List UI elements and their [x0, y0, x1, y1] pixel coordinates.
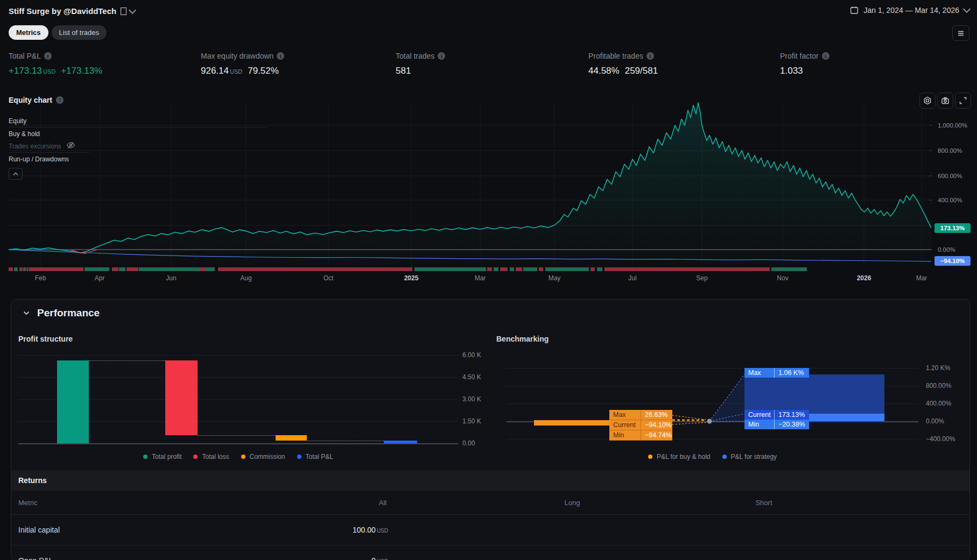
strategy-title[interactable]: Stiff Surge by @DaviddTech: [9, 6, 135, 16]
tooltip-row-value: −20.38%: [775, 420, 809, 429]
row-metric-label: Open P&L: [18, 556, 53, 560]
svg-text:2025: 2025: [404, 274, 419, 282]
svg-text:May: May: [549, 274, 561, 282]
legend-entry[interactable]: Commission: [241, 453, 285, 460]
metric-label: Total tradesi: [396, 52, 445, 60]
buy-hold-value-badge: −94.10%: [934, 256, 971, 266]
table-row-open-p-l: Open P&L0USD: [11, 545, 969, 560]
date-range-text: Jan 1, 2024 — Mar 14, 2026: [864, 6, 959, 15]
date-range-picker[interactable]: Jan 1, 2024 — Mar 14, 2026: [849, 5, 969, 15]
tooltip-row-value: −94.10%: [641, 420, 672, 430]
svg-text:Jun: Jun: [166, 274, 176, 282]
legend-item-equity[interactable]: Equity: [9, 115, 267, 127]
info-icon[interactable]: i: [277, 52, 284, 60]
tooltip-row-value: −94.74%: [641, 430, 672, 441]
waterfall-connector: [307, 441, 384, 441]
legend-entry[interactable]: Total P&L: [297, 453, 333, 460]
tab-metrics[interactable]: Metrics: [9, 25, 48, 40]
y-axis-label: −400.00%: [926, 435, 955, 443]
metric-label: Profitable tradesi: [588, 52, 658, 60]
metric-extra-value: 259/581: [625, 66, 658, 76]
gridline: [507, 368, 918, 368]
metric-label-text: Total trades: [396, 52, 434, 60]
view-tabs: MetricsList of trades: [9, 25, 107, 40]
row-value-unit: USD: [377, 558, 388, 560]
legend-item-label: Trades excursions: [9, 143, 61, 150]
rows-icon: [957, 29, 965, 38]
lock-icon: [121, 8, 126, 15]
y-axis-label: 0.00: [462, 440, 475, 447]
column-header-short: Short: [732, 499, 796, 507]
legend-item-trades-excursions[interactable]: Trades excursions: [9, 140, 89, 153]
svg-text:Aug: Aug: [240, 274, 251, 282]
legend-entry[interactable]: P&L for buy & hold: [648, 453, 711, 460]
chevron-up-icon: [13, 172, 18, 176]
returns-column-header-row: MetricAllLongShort: [11, 491, 969, 515]
svg-text:1,000.00%: 1,000.00%: [938, 122, 967, 129]
chevron-down-icon[interactable]: [129, 6, 136, 13]
info-icon[interactable]: i: [44, 52, 52, 60]
legend-collapse-button[interactable]: [9, 168, 23, 180]
bar-commission: [276, 435, 307, 441]
y-axis-label: 4.50 K: [462, 373, 481, 381]
tooltip-row-label: Current: [744, 410, 775, 420]
bar-total-loss: [165, 360, 198, 435]
returns-section-header: Returns: [11, 470, 969, 491]
metric-value: +173.13USD+173.13%: [9, 66, 102, 76]
performance-title: Performance: [37, 307, 100, 319]
tab-list-of-trades[interactable]: List of trades: [52, 25, 107, 40]
y-axis-label: 1.20 K%: [926, 364, 950, 372]
metric-label-text: Profitable trades: [588, 52, 643, 60]
performance-card: Performance Profit structure Benchmarkin…: [11, 299, 970, 560]
legend-item-label: Run-up / Drawdowns: [9, 155, 69, 163]
tooltip-row-value: 1.06 K%: [775, 368, 809, 378]
strategy-current-tooltip: Current 173.13%: [744, 410, 809, 420]
table-row-initial-capital: Initial capital100.00USD: [11, 514, 969, 545]
metric-value: 926.14USD79.52%: [201, 66, 284, 76]
metric-max-drawdown: Max equity drawdowni926.14USD79.52%: [201, 52, 284, 76]
legend-entry[interactable]: P&L for strategy: [722, 453, 777, 460]
metric-value: 581: [396, 66, 445, 76]
metric-main-value: 926.14: [201, 66, 229, 76]
legend-item-run-up-drawdowns[interactable]: Run-up / Drawdowns: [9, 153, 267, 165]
tooltip-row-value: 26.63%: [641, 410, 672, 420]
metric-extra-value: +173.13%: [61, 66, 102, 76]
row-value-all: 100.00USD: [280, 526, 388, 534]
column-header-long: Long: [540, 499, 605, 507]
y-axis-label: 800.00%: [926, 382, 951, 389]
tooltip-row-label: Min: [744, 420, 775, 429]
eye-off-icon[interactable]: [66, 141, 75, 151]
metric-extra-value: 79.52%: [248, 66, 279, 76]
profit-structure-legend: Total profitTotal lossCommissionTotal P&…: [18, 453, 458, 460]
row-value-number: 0: [371, 556, 376, 560]
svg-text:400.00%: 400.00%: [938, 197, 962, 203]
row-value-all: 0USD: [280, 556, 388, 560]
legend-entry-label: P&L for buy & hold: [657, 453, 711, 460]
svg-text:Nov: Nov: [777, 274, 788, 282]
y-axis-label: 1.50 K: [462, 417, 481, 425]
buy-hold-tooltip: Max 26.63% Current −94.10% Min −94.74%: [609, 410, 672, 441]
y-axis-label: 3.00 K: [462, 395, 481, 403]
tooltip-row-label: Max: [744, 368, 775, 378]
info-icon[interactable]: i: [438, 52, 445, 60]
gridline: [507, 439, 918, 440]
legend-dot: [241, 455, 245, 459]
performance-section-header[interactable]: Performance: [23, 307, 100, 319]
bar-total-p-l: [384, 441, 417, 443]
legend-entry-label: Total profit: [152, 453, 181, 460]
metric-main-value: 581: [396, 66, 411, 76]
legend-dot: [143, 455, 147, 459]
legend-entry[interactable]: Total profit: [143, 453, 181, 460]
panel-layout-button[interactable]: [952, 25, 969, 41]
info-icon[interactable]: i: [646, 52, 654, 60]
tooltip-row-label: Max: [609, 410, 641, 420]
profit-structure-title: Profit structure: [18, 335, 73, 343]
legend-entry[interactable]: Total loss: [193, 453, 229, 460]
tooltip-row-value: 173.13%: [775, 410, 809, 420]
bar-total-profit: [57, 360, 89, 443]
metric-main-value: +173.13: [9, 66, 42, 76]
info-icon[interactable]: i: [822, 52, 830, 60]
legend-item-buy-hold[interactable]: Buy & hold: [9, 127, 267, 140]
metric-value: 1.033: [780, 66, 830, 76]
calendar-icon: [849, 5, 859, 15]
